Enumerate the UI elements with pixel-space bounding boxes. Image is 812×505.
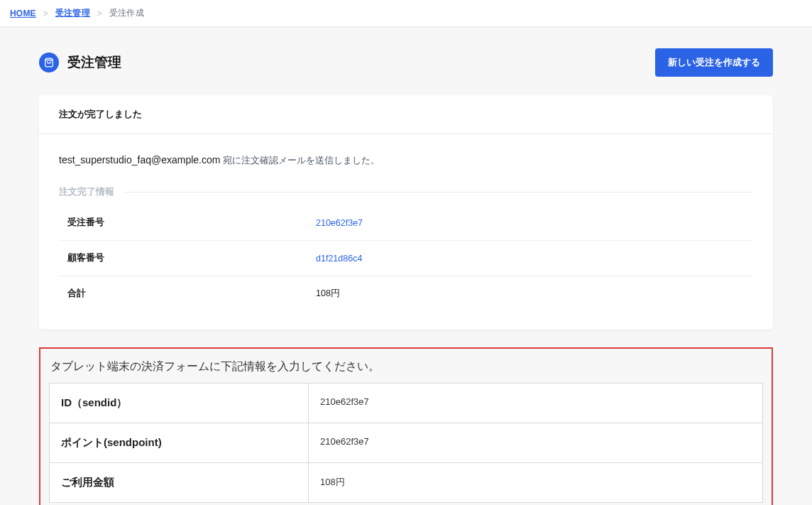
table-row: ポイント(sendpoint)210e62f3e7 [50,423,762,463]
breadcrumb: HOME > 受注管理 > 受注作成 [10,7,144,19]
row-value: 108円 [316,288,340,300]
page-header: 受注管理 新しい受注を作成する [39,48,773,77]
row-value: 210e62f3e7 [309,423,762,462]
card-heading: 注文が完了しました [39,95,773,134]
row-key: ポイント(sendpoint) [50,423,309,462]
recipient-email: test_superstudio_faq@example.com [59,154,220,165]
section-label-text: 注文完了情報 [59,185,114,198]
table-row: 受注番号210e62f3e7 [59,205,753,241]
row-value: 108円 [309,463,762,502]
email-sent-message: test_superstudio_faq@example.com宛に注文確認メー… [59,154,753,167]
chevron-right-icon: > [43,9,48,18]
order-info-table: 受注番号210e62f3e7顧客番号d1f21d86c4合計108円 [59,205,753,311]
section-label: 注文完了情報 [59,185,753,198]
row-key: 顧客番号 [67,252,316,264]
table-row: ID（sendid）210e62f3e7 [50,384,762,423]
page-title: 受注管理 [67,53,121,72]
row-key: 合計 [67,288,316,300]
breadcrumb-order-mgmt[interactable]: 受注管理 [55,7,90,19]
row-value: 210e62f3e7 [316,218,363,228]
tablet-payment-box: タブレット端末の決済フォームに下記情報を入力してください。 ID（sendid）… [39,347,773,505]
divider [124,192,753,192]
breadcrumb-bar: HOME > 受注管理 > 受注作成 [0,0,812,27]
breadcrumb-home[interactable]: HOME [10,9,36,18]
breadcrumb-current: 受注作成 [109,7,144,19]
row-value: 210e62f3e7 [309,384,762,423]
value-link[interactable]: 210e62f3e7 [316,218,363,228]
chevron-right-icon: > [97,9,102,18]
row-key: ご利用金額 [50,463,309,502]
row-key: ID（sendid） [50,384,309,423]
table-row: ご利用金額108円 [50,463,762,502]
tablet-info-table: ID（sendid）210e62f3e7ポイント(sendpoint)210e6… [49,383,763,503]
order-complete-card: 注文が完了しました test_superstudio_faq@example.c… [39,95,773,330]
table-row: 合計108円 [59,276,753,311]
row-key: 受注番号 [67,217,316,229]
value-link[interactable]: d1f21d86c4 [316,254,362,264]
shopping-bag-icon [39,53,59,72]
tablet-instruction: タブレット端末の決済フォームに下記情報を入力してください。 [50,359,763,374]
table-row: 顧客番号d1f21d86c4 [59,241,753,276]
email-sent-tail: 宛に注文確認メールを送信しました。 [223,155,380,165]
create-order-button[interactable]: 新しい受注を作成する [655,48,773,77]
row-value: d1f21d86c4 [316,254,362,264]
